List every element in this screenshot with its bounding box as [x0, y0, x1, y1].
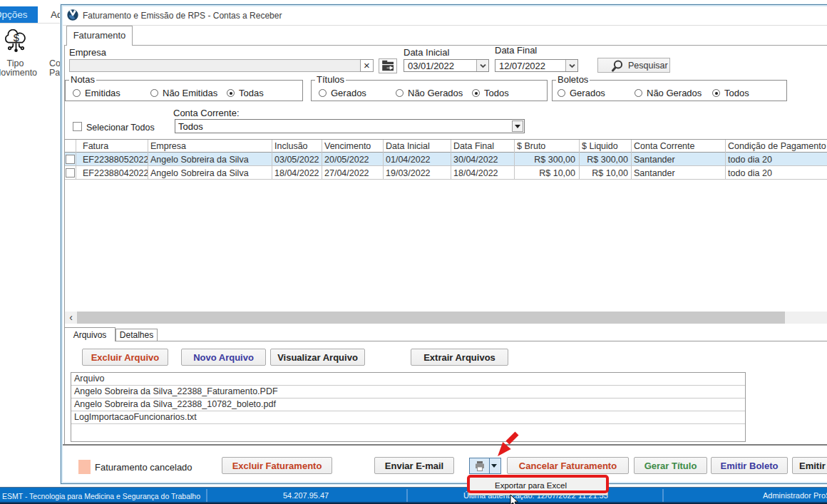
- svg-text:$: $: [14, 32, 19, 43]
